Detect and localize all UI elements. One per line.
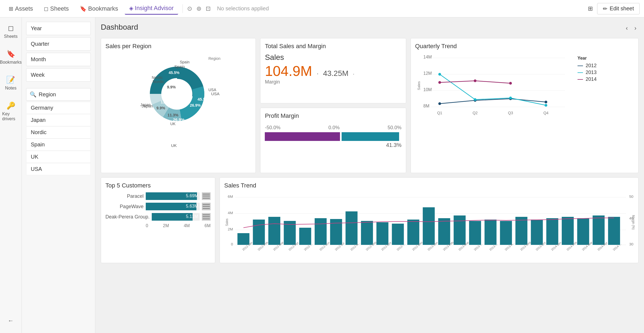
bar-row-pagewave: PageWave 5.63M (105, 203, 211, 210)
quarterly-trend-chart: 14M 12M 10M 8M Q1 Q2 Q3 Q4 (415, 53, 573, 124)
search-icon[interactable]: ⊙ (187, 5, 192, 12)
nav-assets[interactable]: ⊞ Assets (4, 3, 37, 14)
svg-rect-46 (546, 218, 558, 245)
edit-sheet-button[interactable]: ✏ Edit sheet (597, 3, 640, 14)
sidebar-notes-icon: 📝 (6, 76, 15, 84)
japan-label: Japan (142, 104, 153, 108)
filter-year[interactable]: Year (26, 22, 91, 35)
profit-margin-title: Profit Margin (265, 112, 401, 119)
row2: Top 5 Customers Paracel 5.69M (101, 177, 639, 263)
content-header: Dashboard ‹ › (101, 23, 639, 34)
select-icon[interactable]: ⊡ (206, 5, 211, 12)
quarterly-trend-title: Quarterly Trend (415, 43, 634, 50)
svg-rect-43 (500, 221, 512, 245)
pct-label-japan: 11.3% (168, 113, 178, 117)
edit-icon: ✏ (603, 5, 607, 12)
paracel-value: 5.69M (186, 193, 198, 198)
svg-rect-35 (376, 222, 388, 245)
svg-rect-45 (531, 220, 543, 245)
svg-rect-40 (454, 215, 466, 245)
paracel-bar-track: 5.69M (146, 192, 200, 200)
legend-2014-label: 2014 (586, 76, 597, 82)
trend-2012 (440, 99, 546, 104)
svg-rect-41 (469, 221, 481, 245)
deakperera-label: Deak-Perera Group. (105, 214, 150, 220)
bar-chart: Paracel 5.69M PageWave (105, 192, 211, 228)
legend-2013: 2013 (578, 70, 599, 75)
nav-bookmarks[interactable]: 🔖 Bookmarks (75, 3, 123, 14)
sidebar-notes-label: Notes (5, 86, 17, 91)
legend-2013-line (578, 72, 583, 73)
pagewave-value: 5.63M (186, 204, 198, 209)
profit-bar-labels: -50.0% 0.0% 50.0% (265, 125, 401, 131)
filter-quarter[interactable]: Quarter (26, 37, 91, 51)
lasso-icon[interactable]: ⊚ (196, 5, 201, 12)
svg-text:Sales: Sales (417, 81, 421, 90)
sidebar-bottom: ← (4, 313, 18, 329)
legend-2012-line (578, 66, 583, 66)
svg-text:Q3: Q3 (508, 111, 513, 115)
point-2013-q3 (509, 97, 512, 99)
region-search-box[interactable]: 🔍 Region (26, 88, 91, 101)
collapse-button[interactable]: ← (8, 317, 14, 324)
insight-icon: ◈ (129, 5, 133, 11)
svg-text:10M: 10M (423, 87, 432, 92)
region-spain[interactable]: Spain (26, 138, 91, 151)
point-2014-q3 (509, 82, 512, 85)
legend-title: Year (578, 56, 599, 61)
sidebar-item-sheets[interactable]: ◻ Sheets (2, 22, 20, 41)
region-usa-label: USA (31, 166, 42, 172)
region-japan[interactable]: Japan (26, 114, 91, 126)
region-usa[interactable]: USA (26, 163, 91, 175)
uk-label: UK (171, 143, 177, 148)
donut-chart: Region 45.5%26.9%11.3%9.9%USAUKJapanNord… (127, 53, 230, 129)
profit-bar-negative (265, 132, 340, 141)
sidebar-bookmarks-label: Bookmarks (0, 60, 22, 65)
profit-label-neg: -50.0% (265, 125, 280, 131)
region-nordic[interactable]: Nordic (26, 126, 91, 138)
usa-label: USA (211, 91, 220, 96)
sidebar-item-notes[interactable]: 📝 Notes (3, 73, 19, 93)
svg-rect-47 (562, 217, 574, 245)
sidebar-item-key-drivers[interactable]: 🔑 Key drivers (0, 99, 22, 124)
svg-text:30: 30 (629, 242, 633, 246)
quarterly-trend-card: Quarterly Trend 14M 12M 10M 8M (411, 38, 639, 173)
filter-week[interactable]: Week (26, 68, 91, 82)
pagewave-mini-chart (202, 203, 211, 210)
region-spain-label: Spain (31, 141, 45, 147)
region-label-uk: UK (170, 122, 176, 126)
japan-pct: 11.3% (161, 100, 172, 104)
point-2014-q2 (474, 79, 476, 82)
svg-text:8M: 8M (423, 104, 429, 108)
svg-rect-30 (299, 228, 311, 245)
filter-month[interactable]: Month (26, 53, 91, 66)
region-japan-label: Japan (31, 117, 46, 123)
sales-big-value: 104.9M (265, 63, 312, 79)
sidebar-item-bookmarks[interactable]: 🔖 Bookmarks (0, 48, 24, 67)
filter-month-label: Month (31, 56, 46, 62)
no-selections-label: No selections applied (217, 5, 269, 12)
row1: Sales per Region Region (101, 38, 639, 173)
region-nordic-label: Nordic (31, 129, 47, 135)
svg-text:50: 50 (629, 195, 633, 199)
svg-rect-50 (608, 217, 620, 245)
grid-layout-icon[interactable]: ⊞ (588, 5, 593, 12)
region-uk[interactable]: UK (26, 151, 91, 163)
svg-text:4M: 4M (228, 211, 233, 215)
donut-group: 45.5%26.9%11.3%9.9%USAUKJapanNordicSpain (140, 60, 216, 126)
main-layout: ◻ Sheets 🔖 Bookmarks 📝 Notes 🔑 Key drive… (0, 17, 644, 333)
region-germany[interactable]: Germany (26, 102, 91, 114)
paracel-mini-chart (202, 192, 211, 200)
next-arrow[interactable]: › (632, 24, 639, 33)
margin-value: 43.25M (323, 69, 348, 78)
deakperera-mini-chart (202, 213, 211, 221)
nav-insight-advisor[interactable]: ◈ Insight Advisor (125, 2, 178, 15)
region-legend-label: Region (208, 56, 220, 61)
point-2013-q2 (474, 98, 476, 101)
sales-trend-chart: 6M 4M 2M 0 50 40 30 Sales Margin (%) (224, 192, 634, 258)
filter-panel: Year Quarter Month Week 🔍 Region Germany… (22, 17, 95, 333)
nav-sheets[interactable]: ◻ Sheets (40, 3, 73, 14)
content-area: Dashboard ‹ › Sales per Region (95, 17, 644, 333)
sales-per-region-title: Sales per Region (105, 43, 251, 50)
prev-arrow[interactable]: ‹ (624, 24, 630, 33)
